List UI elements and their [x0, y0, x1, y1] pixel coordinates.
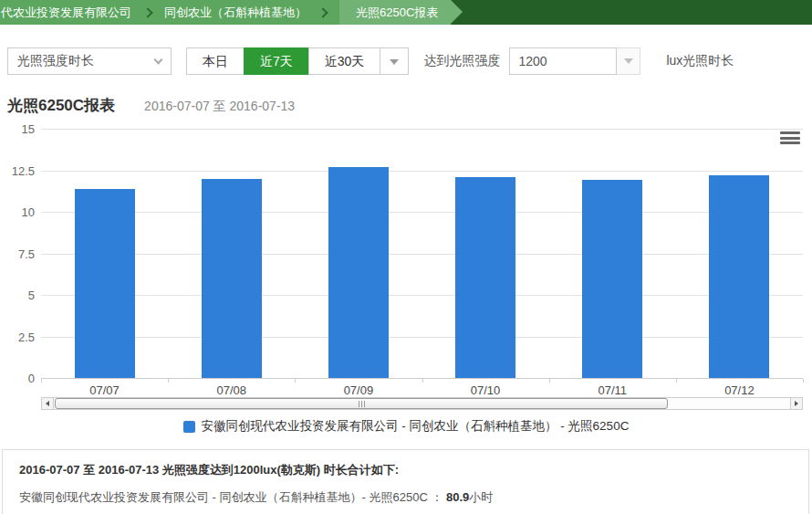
x-axis-tick	[549, 379, 550, 383]
chart-gridline	[41, 295, 803, 296]
scrollbar-right-arrow[interactable]	[790, 398, 802, 409]
scrollbar-left-arrow[interactable]	[42, 398, 54, 409]
legend-marker-icon	[183, 421, 195, 433]
y-axis-tick-label: 12.5	[0, 165, 35, 177]
chart-gridline	[41, 212, 803, 213]
chart-bar-07/11	[582, 180, 642, 378]
chart-gridline	[41, 171, 803, 172]
scrollbar-thumb[interactable]	[55, 398, 668, 409]
y-axis-tick-label: 5	[0, 289, 35, 301]
y-axis-tick-label: 7.5	[0, 248, 35, 260]
x-axis-tick	[676, 379, 677, 383]
x-axis-tick	[168, 379, 169, 383]
legend-series-label: 安徽同创现代农业投资发展有限公司 - 同创农业（石斛种植基地） - 光照6250…	[202, 418, 630, 435]
x-axis-tick-label: 07/09	[318, 384, 400, 397]
x-axis-tick-label: 07/10	[444, 384, 526, 397]
x-axis-tick-label: 07/12	[698, 384, 780, 397]
bar-chart: 02.557.51012.51507/0707/0807/0907/1007/1…	[0, 0, 812, 447]
chart-bar-07/10	[455, 177, 515, 378]
arrow-left-icon	[46, 401, 49, 406]
x-axis-tick	[41, 379, 42, 383]
chart-legend[interactable]: 安徽同创现代农业投资发展有限公司 - 同创农业（石斛种植基地） - 光照6250…	[0, 418, 812, 435]
y-axis-tick-label: 10	[0, 206, 35, 218]
chart-gridline	[41, 129, 803, 130]
chart-gridline	[41, 337, 803, 338]
x-axis-tick	[422, 379, 423, 383]
x-axis-tick-label: 07/08	[191, 384, 273, 397]
chart-bar-07/08	[202, 179, 262, 378]
chart-export-menu-icon[interactable]	[780, 131, 800, 145]
summary-heading: 2016-07-07 至 2016-07-13 光照强度达到1200lux(勒克…	[19, 462, 792, 478]
chart-horizontal-scrollbar[interactable]	[41, 397, 803, 410]
y-axis-tick-label: 0	[0, 372, 35, 384]
x-axis-tick-label: 07/11	[571, 384, 653, 397]
x-axis-tick	[295, 379, 296, 383]
chart-bar-07/07	[75, 189, 135, 378]
chart-bar-07/09	[328, 167, 389, 378]
summary-panel: 2016-07-07 至 2016-07-13 光照强度达到1200lux(勒克…	[2, 449, 809, 514]
chart-gridline	[41, 254, 803, 255]
summary-result-line: 安徽同创现代农业投资发展有限公司 - 同创农业（石斛种植基地）- 光照6250C…	[19, 489, 792, 506]
y-axis-tick-label: 15	[0, 123, 35, 135]
summary-unit: 小时	[469, 490, 493, 504]
summary-series-prefix: 安徽同创现代农业投资发展有限公司 - 同创农业（石斛种植基地）- 光照6250C…	[19, 490, 446, 504]
summary-total-value: 80.9	[446, 490, 469, 504]
chart-bar-07/12	[709, 175, 769, 378]
x-axis-tick	[803, 379, 804, 383]
x-axis-tick-label: 07/07	[64, 384, 146, 397]
y-axis-tick-label: 2.5	[0, 331, 35, 343]
arrow-right-icon	[795, 401, 798, 406]
